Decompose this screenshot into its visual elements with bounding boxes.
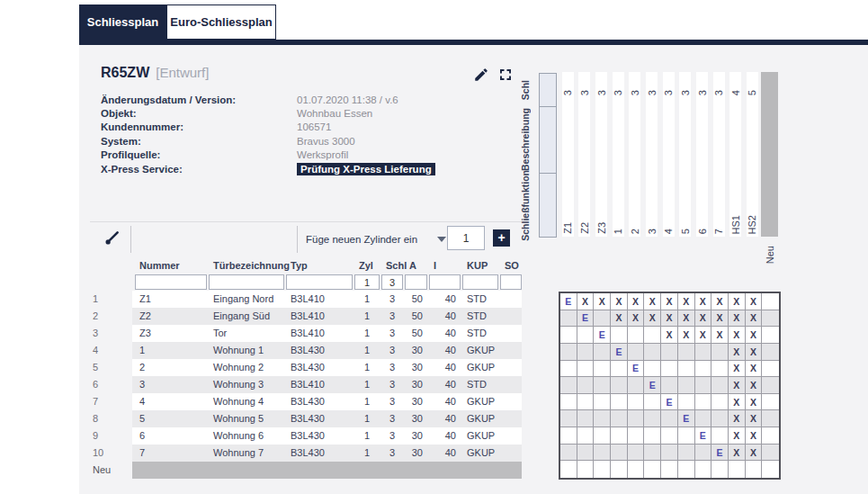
matrix-cell[interactable] <box>628 427 645 445</box>
matrix-cell[interactable] <box>711 461 729 478</box>
matrix-cell[interactable] <box>661 377 678 394</box>
matrix-cell[interactable]: X <box>746 344 763 361</box>
matrix-cell[interactable] <box>644 427 661 445</box>
table-row[interactable]: 1Wohnung 1B3L430133040GKUP <box>132 342 522 359</box>
matrix-cell[interactable] <box>678 344 695 361</box>
matrix-cell[interactable] <box>711 410 729 427</box>
matrix-cell[interactable] <box>695 461 712 478</box>
matrix-cell[interactable] <box>678 445 695 462</box>
matrix-cell[interactable] <box>628 445 645 462</box>
filter-input-kup[interactable] <box>462 274 498 290</box>
matrix-cell[interactable] <box>746 461 763 478</box>
matrix-cell[interactable] <box>577 327 595 344</box>
matrix-cell[interactable]: E <box>560 293 577 310</box>
matrix-cell[interactable]: X <box>711 293 729 310</box>
matrix-cell[interactable] <box>678 427 695 445</box>
matrix-cell[interactable] <box>678 394 695 411</box>
matrix-cell[interactable] <box>611 327 628 344</box>
matrix-cell[interactable] <box>594 310 611 328</box>
matrix-cell[interactable] <box>644 361 661 378</box>
filter-input-schl[interactable] <box>381 274 403 290</box>
matrix-cell[interactable]: X <box>746 310 763 328</box>
add-cylinder-button[interactable]: + <box>493 229 510 247</box>
matrix-cell[interactable] <box>628 410 645 427</box>
matrix-cell[interactable]: X <box>746 293 763 310</box>
matrix-cell[interactable] <box>628 344 645 361</box>
matrix-cell[interactable]: X <box>746 394 763 411</box>
brush-icon[interactable] <box>103 229 121 247</box>
table-row[interactable]: 5Wohnung 5B3L430133040GKUP <box>132 410 522 427</box>
matrix-cell[interactable] <box>560 410 577 427</box>
table-row[interactable]: 6Wohnung 6B3L430133040GKUP <box>132 427 522 445</box>
matrix-cell[interactable] <box>762 310 779 328</box>
matrix-cell[interactable]: X <box>594 293 611 310</box>
matrix-cell[interactable] <box>762 377 779 394</box>
matrix-cell[interactable]: X <box>729 377 746 394</box>
matrix-cell[interactable] <box>661 461 678 478</box>
matrix-cell[interactable] <box>695 410 712 427</box>
table-row[interactable]: Z1Eingang NordB3L410135040STD <box>132 291 522 308</box>
matrix-cell[interactable] <box>711 344 729 361</box>
table-row[interactable]: 3Wohnung 3B3L410133040STD <box>132 376 522 393</box>
table-row[interactable]: 4Wohnung 4B3L430133040GKUP <box>132 393 522 410</box>
matrix-cell[interactable] <box>560 344 577 361</box>
matrix-cell[interactable] <box>611 410 628 427</box>
matrix-cell[interactable]: E <box>644 377 661 394</box>
matrix-cell[interactable]: E <box>628 361 645 378</box>
matrix-cell[interactable]: E <box>678 410 695 427</box>
matrix-cell[interactable]: X <box>695 327 712 344</box>
key-filter-input[interactable] <box>539 73 557 107</box>
matrix-cell[interactable]: X <box>661 310 678 328</box>
matrix-cell[interactable]: X <box>695 310 712 328</box>
matrix-cell[interactable] <box>560 394 577 411</box>
matrix-cell[interactable]: X <box>729 293 746 310</box>
matrix-cell[interactable] <box>661 361 678 378</box>
matrix-cell[interactable] <box>678 461 695 478</box>
matrix-cell[interactable] <box>644 327 661 344</box>
matrix-cell[interactable]: X <box>611 310 628 328</box>
filter-input-türbezeichnung[interactable] <box>209 274 284 290</box>
matrix-cell[interactable]: X <box>746 410 763 427</box>
matrix-cell[interactable] <box>577 461 595 478</box>
matrix-cell[interactable]: E <box>577 310 595 328</box>
matrix-cell[interactable] <box>594 394 611 411</box>
matrix-cell[interactable] <box>611 377 628 394</box>
tab-schliessplan[interactable]: Schliessplan <box>79 4 166 40</box>
matrix-cell[interactable]: X <box>611 293 628 310</box>
matrix-cell[interactable] <box>695 394 712 411</box>
matrix-cell[interactable]: X <box>746 361 763 378</box>
matrix-cell[interactable]: X <box>644 293 661 310</box>
matrix-cell[interactable] <box>577 427 595 445</box>
matrix-cell[interactable]: X <box>678 327 695 344</box>
matrix-cell[interactable]: X <box>678 310 695 328</box>
matrix-cell[interactable] <box>594 377 611 394</box>
matrix-cell[interactable] <box>577 410 595 427</box>
matrix-cell[interactable] <box>729 461 746 478</box>
matrix-cell[interactable]: X <box>746 427 763 445</box>
matrix-cell[interactable] <box>560 310 577 328</box>
matrix-cell[interactable] <box>695 377 712 394</box>
matrix-cell[interactable]: X <box>729 361 746 378</box>
matrix-cell[interactable] <box>611 394 628 411</box>
matrix-cell[interactable] <box>577 445 595 462</box>
matrix-cell[interactable]: X <box>729 344 746 361</box>
matrix-cell[interactable] <box>594 427 611 445</box>
matrix-cell[interactable] <box>594 445 611 462</box>
matrix-cell[interactable]: X <box>729 394 746 411</box>
matrix-cell[interactable] <box>628 461 645 478</box>
matrix-cell[interactable]: X <box>695 293 712 310</box>
matrix-cell[interactable]: X <box>678 293 695 310</box>
matrix-cell[interactable] <box>661 344 678 361</box>
matrix-cell[interactable] <box>611 461 628 478</box>
matrix-cell[interactable] <box>577 361 595 378</box>
matrix-cell[interactable]: X <box>729 445 746 462</box>
matrix-cell[interactable] <box>762 427 779 445</box>
matrix-cell[interactable] <box>644 445 661 462</box>
matrix-cell[interactable] <box>628 394 645 411</box>
key-filter-input[interactable] <box>539 106 557 174</box>
matrix-cell[interactable] <box>695 445 712 462</box>
matrix-cell[interactable] <box>594 410 611 427</box>
matrix-cell[interactable] <box>762 327 779 344</box>
matrix-cell[interactable] <box>695 344 712 361</box>
matrix-cell[interactable]: X <box>628 293 645 310</box>
